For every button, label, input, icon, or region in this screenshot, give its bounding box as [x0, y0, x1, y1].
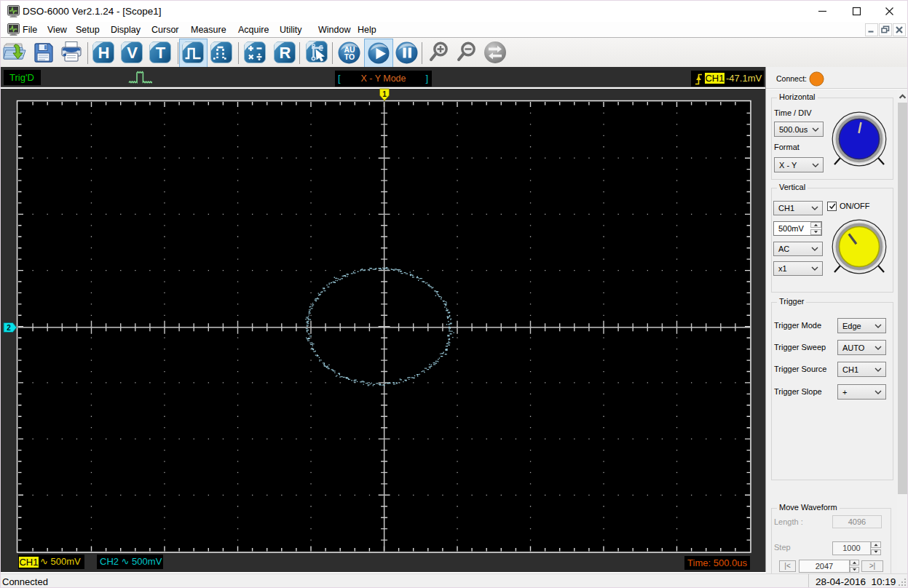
svg-text:V: V: [127, 44, 138, 62]
svg-text:2: 2: [7, 324, 11, 332]
svg-text:T: T: [156, 44, 166, 62]
svg-text:R: R: [280, 44, 291, 62]
svg-text:1: 1: [382, 90, 387, 98]
svg-text:TO: TO: [344, 52, 355, 61]
svg-text:H: H: [98, 44, 110, 62]
